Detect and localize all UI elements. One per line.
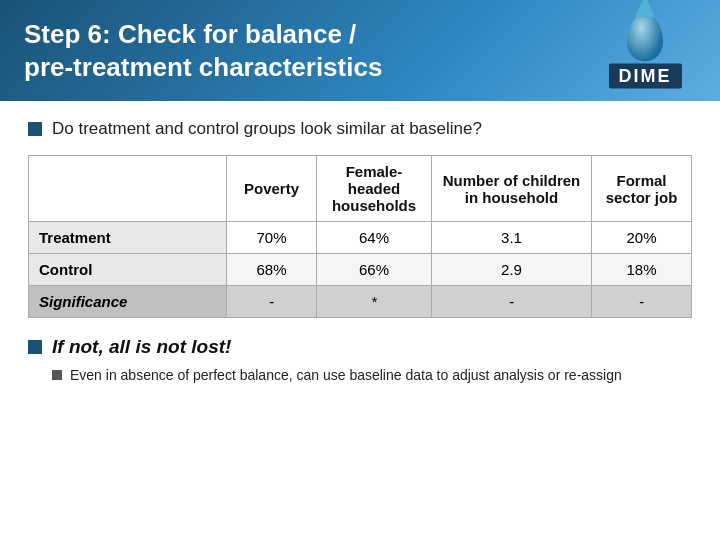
if-not-bullet-icon: [28, 340, 42, 354]
row-label-significance: Significance: [29, 286, 227, 318]
cell-treatment-female: 64%: [317, 222, 432, 254]
col-header-children: Number of children in household: [432, 156, 592, 222]
balance-table: Poverty Female-headedhouseholds Number o…: [28, 155, 692, 318]
if-not-section: If not, all is not lost!: [28, 336, 692, 358]
sub-bullet-text: Even in absence of perfect balance, can …: [70, 366, 622, 386]
logo-text: DIME: [609, 63, 682, 88]
cell-sig-poverty: -: [227, 286, 317, 318]
sub-bullet-icon: [52, 370, 62, 380]
row-label-control: Control: [29, 254, 227, 286]
table-row: Control 68% 66% 2.9 18%: [29, 254, 692, 286]
cell-sig-female: *: [317, 286, 432, 318]
sub-bullet-section: Even in absence of perfect balance, can …: [52, 366, 692, 386]
col-header-female: Female-headedhouseholds: [317, 156, 432, 222]
row-label-treatment: Treatment: [29, 222, 227, 254]
logo-drop-icon: [627, 13, 663, 61]
intro-bullet: Do treatment and control groups look sim…: [28, 119, 692, 139]
page-content: Do treatment and control groups look sim…: [0, 101, 720, 396]
cell-control-formal: 18%: [592, 254, 692, 286]
dime-logo: DIME: [590, 13, 700, 88]
cell-treatment-formal: 20%: [592, 222, 692, 254]
cell-treatment-children: 3.1: [432, 222, 592, 254]
cell-treatment-poverty: 70%: [227, 222, 317, 254]
table-row: Significance - * - -: [29, 286, 692, 318]
if-not-heading: If not, all is not lost!: [52, 336, 231, 358]
table-row: Treatment 70% 64% 3.1 20%: [29, 222, 692, 254]
col-header-empty: [29, 156, 227, 222]
cell-sig-formal: -: [592, 286, 692, 318]
page-title: Step 6: Check for balance / pre-treatmen…: [24, 18, 382, 83]
col-header-formal: Formalsector job: [592, 156, 692, 222]
cell-control-children: 2.9: [432, 254, 592, 286]
page-header: Step 6: Check for balance / pre-treatmen…: [0, 0, 720, 101]
bullet-icon: [28, 122, 42, 136]
col-header-poverty: Poverty: [227, 156, 317, 222]
cell-control-poverty: 68%: [227, 254, 317, 286]
cell-control-female: 66%: [317, 254, 432, 286]
intro-text: Do treatment and control groups look sim…: [52, 119, 482, 139]
cell-sig-children: -: [432, 286, 592, 318]
